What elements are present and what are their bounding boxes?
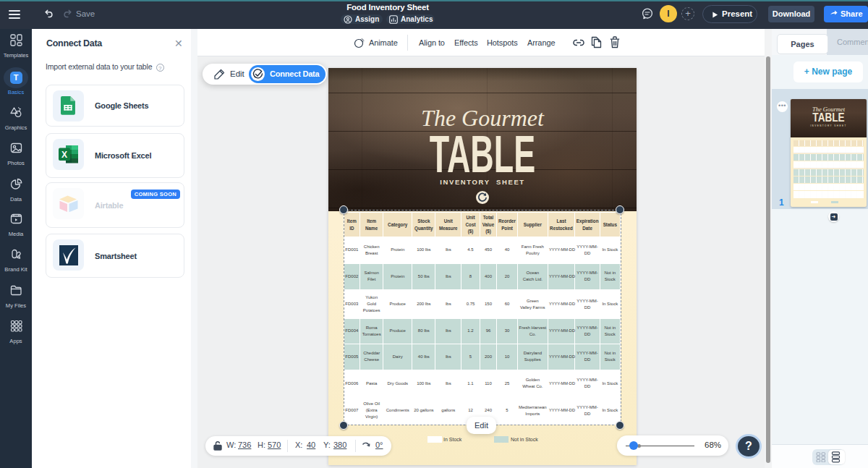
svg-text:X: X [61, 150, 67, 160]
